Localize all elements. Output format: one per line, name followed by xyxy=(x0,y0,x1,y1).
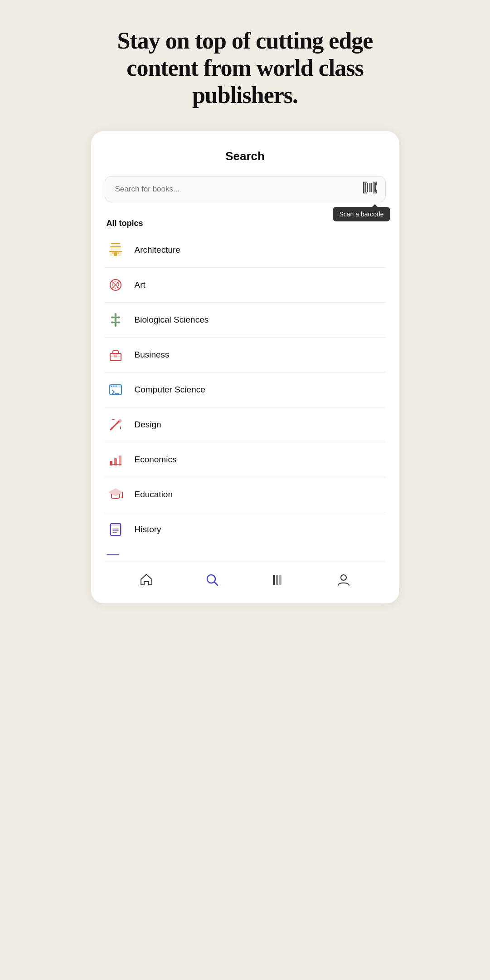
svg-rect-61 xyxy=(120,524,121,534)
svg-rect-39 xyxy=(114,355,117,358)
svg-marker-55 xyxy=(109,489,122,496)
svg-line-66 xyxy=(214,582,218,585)
svg-rect-60 xyxy=(110,524,111,534)
library-icon xyxy=(271,573,285,590)
svg-rect-59 xyxy=(111,524,121,526)
education-icon xyxy=(107,485,125,504)
cs-icon xyxy=(107,381,125,399)
business-icon xyxy=(107,346,125,364)
svg-point-32 xyxy=(111,316,113,318)
svg-rect-3 xyxy=(369,183,370,192)
svg-rect-29 xyxy=(115,313,116,327)
svg-point-35 xyxy=(111,321,113,323)
more-indicator xyxy=(105,547,386,557)
topic-item-business[interactable]: Business xyxy=(105,338,386,372)
search-title: Search xyxy=(105,149,386,163)
bio-icon xyxy=(107,311,125,329)
hero-section: Stay on top of cutting edge content from… xyxy=(91,27,399,108)
hero-title: Stay on top of cutting edge content from… xyxy=(91,27,399,108)
svg-rect-22 xyxy=(112,252,114,254)
topic-label-business: Business xyxy=(135,350,170,360)
topic-label-econ: Economics xyxy=(135,455,177,465)
search-input[interactable] xyxy=(105,176,386,202)
svg-point-43 xyxy=(111,386,112,387)
svg-rect-11 xyxy=(363,182,364,186)
topic-item-bio[interactable]: Biological Sciences xyxy=(105,303,386,338)
svg-point-57 xyxy=(121,496,123,498)
main-card: Search xyxy=(91,131,399,603)
art-icon xyxy=(107,276,125,294)
econ-icon xyxy=(107,451,125,469)
bottom-navigation xyxy=(105,562,386,603)
nav-home-button[interactable] xyxy=(131,570,162,593)
svg-rect-68 xyxy=(276,575,278,585)
topics-list: Architecture Art xyxy=(105,233,386,547)
svg-rect-53 xyxy=(119,456,121,466)
search-bar-wrapper: Scan a barcode xyxy=(105,176,386,202)
topic-label-architecture: Architecture xyxy=(135,245,180,255)
topic-label-design: Design xyxy=(135,420,161,430)
nav-library-button[interactable] xyxy=(262,570,294,593)
svg-point-44 xyxy=(113,386,114,387)
svg-rect-23 xyxy=(117,252,119,254)
svg-rect-67 xyxy=(273,575,275,585)
topic-item-history[interactable]: History xyxy=(105,512,386,547)
topic-item-cs[interactable]: Computer Science xyxy=(105,372,386,407)
design-icon xyxy=(107,416,125,434)
svg-rect-12 xyxy=(363,190,364,194)
history-icon xyxy=(107,520,125,539)
svg-rect-20 xyxy=(111,243,120,244)
svg-rect-4 xyxy=(370,183,372,192)
svg-point-70 xyxy=(341,575,346,580)
topic-item-art[interactable]: Art xyxy=(105,268,386,303)
nav-search-button[interactable] xyxy=(196,570,228,593)
svg-rect-21 xyxy=(114,252,117,256)
topic-item-architecture[interactable]: Architecture xyxy=(105,233,386,268)
topic-label-art: Art xyxy=(135,280,146,290)
home-icon xyxy=(140,573,153,590)
svg-point-33 xyxy=(117,321,120,323)
svg-rect-69 xyxy=(279,575,281,585)
svg-rect-17 xyxy=(111,247,121,251)
svg-rect-2 xyxy=(367,183,368,192)
barcode-icon xyxy=(363,183,377,196)
topic-label-bio: Biological Sciences xyxy=(135,315,209,325)
svg-rect-1 xyxy=(365,183,366,192)
scan-tooltip: Scan a barcode xyxy=(333,207,390,221)
svg-rect-19 xyxy=(112,244,120,247)
svg-rect-13 xyxy=(376,182,377,186)
barcode-scan-button[interactable] xyxy=(361,180,378,199)
svg-rect-5 xyxy=(373,183,374,192)
topic-item-education[interactable]: Education xyxy=(105,477,386,512)
svg-rect-14 xyxy=(376,190,377,194)
nav-profile-button[interactable] xyxy=(328,570,359,593)
svg-point-45 xyxy=(115,386,116,387)
profile-icon xyxy=(337,573,350,590)
topic-label-cs: Computer Science xyxy=(135,385,205,395)
topic-item-design[interactable]: Design xyxy=(105,407,386,442)
more-line xyxy=(107,554,119,555)
search-nav-icon xyxy=(205,573,219,590)
topic-item-econ[interactable]: Economics xyxy=(105,442,386,477)
topic-label-history: History xyxy=(135,524,161,534)
topic-label-education: Education xyxy=(135,490,173,500)
architecture-icon xyxy=(107,241,125,259)
svg-point-34 xyxy=(117,316,120,318)
